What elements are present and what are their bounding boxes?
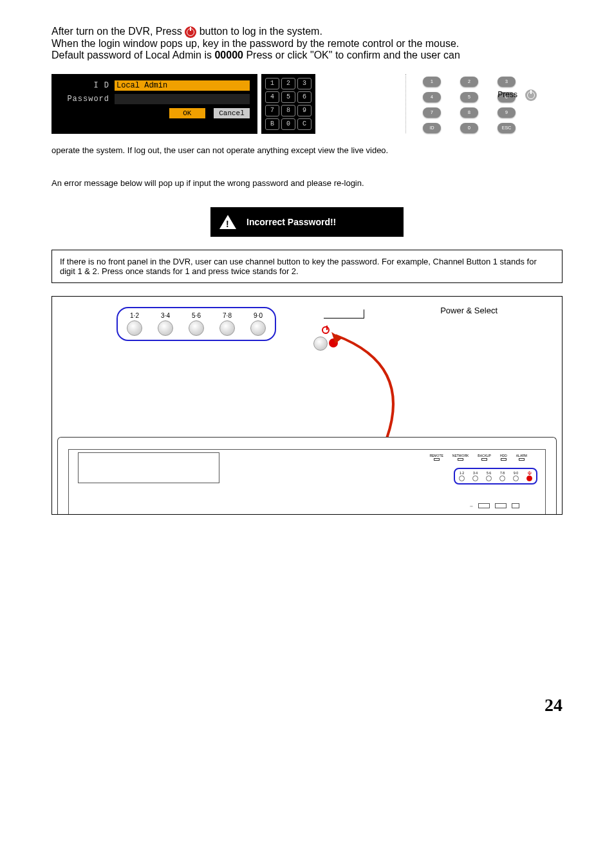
key-8[interactable]: 8 [281, 105, 295, 116]
cancel-button[interactable]: Cancel [214, 108, 250, 118]
after-login-text: operate the system. If log out, the user… [51, 145, 563, 155]
login-dialog: I D Local Admin Password OK Cancel [51, 74, 257, 134]
dev-btn-78[interactable]: 7·8 [499, 471, 505, 481]
led-hdd: HDD [500, 454, 507, 461]
ok-button[interactable]: OK [169, 108, 205, 118]
key-9[interactable]: 9 [297, 105, 312, 116]
intro-line2: When the login window pops up, key in th… [51, 38, 459, 49]
intro-line3-pre: Default password of Local Admin is [51, 50, 212, 60]
default-password: 00000 [214, 50, 246, 60]
key-1[interactable]: 1 [265, 78, 279, 89]
device-slot [78, 452, 219, 483]
port-1 [478, 503, 490, 508]
remote-key-5[interactable]: 5 [460, 92, 478, 102]
password-label: Password [59, 95, 115, 104]
usb-icon: ⎓ [470, 503, 473, 509]
strip-btn-12[interactable]: 1·2 [127, 312, 142, 336]
key-5[interactable]: 5 [281, 91, 295, 103]
remote-key-4[interactable]: 4 [423, 92, 441, 102]
remote-power-text: Press [498, 90, 517, 99]
key-3[interactable]: 3 [297, 78, 312, 89]
key-4[interactable]: 4 [265, 91, 279, 103]
port-2 [495, 503, 507, 508]
key-0[interactable]: 0 [281, 118, 295, 130]
note-box: If there is no front panel in the DVR, u… [51, 250, 563, 283]
warning-icon [219, 215, 236, 229]
dev-btn-34[interactable]: 3·4 [472, 471, 478, 481]
device-button-strip: 1·2 3·4 5·6 7·8 9·0 ⏻ [454, 468, 537, 485]
onscreen-keypad: 1 2 3 4 5 6 7 8 9 B 0 C [261, 74, 315, 134]
dev-btn-90[interactable]: 9·0 [513, 471, 519, 481]
remote-key-3[interactable]: 3 [498, 77, 516, 87]
power-icon [185, 26, 196, 38]
led-remote: REMOTE [429, 454, 443, 461]
led-backup: BACKUP [478, 454, 491, 461]
login-and-keypad: I D Local Admin Password OK Cancel 1 2 3… [51, 74, 315, 134]
remote-key-0[interactable]: 0 [460, 123, 478, 133]
power-icon-gray [525, 89, 537, 101]
led-alarm: ALARM [516, 454, 527, 461]
device-leds: REMOTE NETWORK BACKUP HDD ALARM [429, 454, 527, 461]
port-3 [512, 503, 519, 508]
device-ports: ⎓ [470, 503, 519, 509]
id-label: I D [59, 81, 115, 90]
note-line1: If there is no front panel in the DVR, u… [60, 257, 396, 266]
intro-line1-pre: After turn on the DVR, Press [51, 26, 185, 37]
dev-btn-power[interactable]: ⏻ [526, 471, 532, 481]
wrong-password-line: An error message below will pop up if in… [51, 178, 563, 188]
remote-power-icon-container [525, 89, 537, 101]
intro-line3-post: Press or click "OK" to confirm and the u… [246, 50, 460, 60]
remote-key-7[interactable]: 7 [423, 107, 441, 118]
strip-btn-34[interactable]: 3·4 [158, 312, 173, 336]
remote-control: 1 2 3 4 5 6 7 8 9 ID 0 ESC [405, 74, 519, 133]
remote-key-1[interactable]: 1 [423, 77, 441, 87]
strip-btn-90[interactable]: 9·0 [250, 312, 266, 336]
remote-key-esc[interactable]: ESC [498, 123, 516, 133]
id-field[interactable]: Local Admin [115, 80, 250, 91]
callout-line-h [324, 318, 364, 319]
key-c[interactable]: C [297, 118, 312, 130]
remote-key-9[interactable]: 9 [498, 107, 516, 118]
front-panel-diagram: Power & Select 1·2 3·4 5·6 7·8 9·0 REMOT… [51, 296, 563, 515]
power-select-label: Power & Select [440, 306, 498, 315]
key-b[interactable]: B [265, 118, 279, 130]
login-row: I D Local Admin Password OK Cancel 1 2 3… [51, 74, 563, 134]
intro-line1-post: button to log in the system. [200, 26, 322, 37]
dev-btn-12[interactable]: 1·2 [459, 471, 465, 481]
device-inner: REMOTE NETWORK BACKUP HDD ALARM 1·2 3·4 … [68, 449, 546, 514]
page-number: 24 [51, 695, 563, 716]
device-chassis: REMOTE NETWORK BACKUP HDD ALARM 1·2 3·4 … [57, 437, 557, 514]
led-network: NETWORK [452, 454, 469, 461]
callout-line-v [364, 309, 364, 319]
warning-box: Incorrect Password!! [210, 207, 404, 237]
key-2[interactable]: 2 [281, 78, 295, 89]
remote-key-8[interactable]: 8 [460, 107, 478, 118]
strip-btn-78[interactable]: 7·8 [219, 312, 235, 336]
remote-button-strip: 1·2 3·4 5·6 7·8 9·0 [116, 307, 276, 341]
arrow-icon [329, 332, 432, 448]
warning-text: Incorrect Password!! [247, 217, 336, 227]
remote-key-2[interactable]: 2 [460, 77, 478, 87]
dev-btn-56[interactable]: 5·6 [486, 471, 492, 481]
svg-marker-0 [331, 332, 342, 344]
password-field[interactable] [115, 94, 250, 104]
intro-text: After turn on the DVR, Press button to l… [51, 26, 563, 61]
remote-key-id[interactable]: ID [423, 123, 441, 133]
key-6[interactable]: 6 [297, 91, 312, 103]
strip-btn-56[interactable]: 5·6 [189, 312, 204, 336]
key-7[interactable]: 7 [265, 105, 279, 116]
